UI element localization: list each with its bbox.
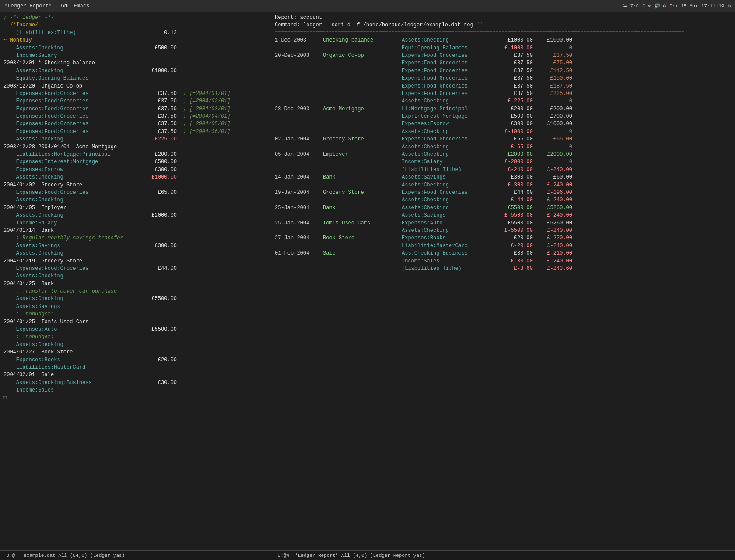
row-balance: £150.00 [533,75,572,82]
left-line: 2004/01/14 Bank [4,227,267,234]
left-line: Assets:Savings [4,303,267,311]
row-account: Expens:Food:Groceries [402,189,494,196]
row-account: Expens:Food:Groceries [402,83,494,90]
row-date [275,212,323,219]
left-line: 2004/01/25 Bank [4,280,267,288]
left-line: Assets:Savings £300.00 [4,242,267,250]
report-row: (Liabilities:Tithe)£-240.00£-240.00 [275,166,732,174]
statusbar-left: -U:@-- example.dat All (64,0) (Ledger ya… [0,553,271,558]
report-row: Assets:Savings£-5500.00£-240.00 [275,212,732,219]
left-line: Liabilities:Mortgage:Principal £200.00 [4,151,267,158]
row-amount: £37.50 [494,67,533,75]
row-payee: Grocery Store [323,189,402,196]
row-payee: Grocery Store [323,136,402,143]
row-amount: £-300.00 [494,182,533,189]
row-date: 20-Dec-2003 [275,52,323,60]
row-date [275,67,323,75]
left-line: Equity:Opening Balances [4,75,267,82]
report-row: Equi:Opening Balances£-1000.000 [275,45,732,52]
row-amount: £-5500.00 [494,212,533,219]
left-line: Assets:Checking £2000.00 [4,212,267,219]
row-amount: £1000.00 [494,37,533,44]
row-amount: £37.50 [494,75,533,82]
row-amount: £65.00 [494,136,533,143]
left-line: Expenses:Food:Groceries £65.00 [4,189,267,196]
row-amount: £30.00 [494,250,533,257]
statusbar: -U:@-- example.dat All (64,0) (Ledger ya… [0,550,735,560]
left-line: 2004/01/02 Grocery Store [4,182,267,189]
row-account: Assets:Checking [402,128,494,136]
left-line: ; :nobudget: [4,333,267,341]
report-row: Expens:Food:Groceries£37.50£75.00 [275,60,732,67]
row-payee [323,196,402,204]
report-row: 14-Jan-2004BankAssets:Savings£300.00£60.… [275,174,732,181]
row-account: (Liabilities:Tithe) [402,166,494,174]
left-line: ; -*- ledger -*- [4,14,267,21]
row-amount: £-30.00 [494,258,533,265]
right-content: 1-Dec-2003Checking balanceAssets:Checkin… [275,37,732,273]
row-payee [323,227,402,234]
row-payee: Organic Co-op [323,52,402,60]
row-balance: £-243.60 [533,265,572,273]
row-account: Expens:Food:Groceries [402,52,494,60]
row-payee [323,75,402,82]
row-amount: £37.50 [494,83,533,90]
left-line: ; Transfer to cover car purchase [4,288,267,295]
report-row: Income:Salary£-2000.000 [275,158,732,166]
report-row: Expens:Food:Groceries£37.50£112.50 [275,67,732,75]
report-row: Expens:Food:Groceries£37.50£225.00 [275,90,732,98]
row-amount: £-225.00 [494,98,533,105]
row-balance: £5260.00 [533,204,572,212]
row-date [275,265,323,273]
weather-display: 🌤 7°C [623,3,639,9]
row-amount: £-240.00 [494,166,533,174]
left-line: 2004/01/19 Grocery Store [4,258,267,265]
main-area: ; -*- ledger -*-= /*Income/ (Liabilities… [0,12,735,550]
row-date [275,113,323,120]
report-row: Exp:Interest:Mortgage£500.00£700.00 [275,113,732,120]
left-line: Expenses:Food:Groceries £37.50 ; [=2004/… [4,113,267,120]
row-account: Income:Sales [402,258,494,265]
row-account: Expens:Food:Groceries [402,136,494,143]
row-amount: £-2000.00 [494,158,533,166]
settings-icon[interactable]: ⚙ [728,3,731,9]
left-line: Liabilities:MasterCard [4,364,267,371]
left-line: 2004/01/25 Tom's Used Cars [4,318,267,326]
report-row: 27-Jan-2004Book StoreExpenses:Books£20.0… [275,234,732,242]
right-pane-report[interactable]: Report: account Command: ledger --sort d… [271,12,735,550]
row-amount: £37.50 [494,52,533,60]
row-payee [323,45,402,52]
left-pane-editor[interactable]: ; -*- ledger -*-= /*Income/ (Liabilities… [0,12,271,550]
datetime-display: Fri 15 Mar 17:11:19 [669,4,724,9]
row-amount: £300.00 [494,174,533,181]
row-amount: £37.50 [494,60,533,67]
row-account: Assets:Checking [402,37,494,44]
row-account: Assets:Checking [402,144,494,151]
row-amount: £-1000.00 [494,45,533,52]
left-line: Expenses:Books £20.00 [4,357,267,364]
report-row: Expenses:Escrow£300.00£1000.00 [275,120,732,128]
row-date [275,196,323,204]
row-amount: £-5500.00 [494,227,533,234]
report-row: 28-Dec-2003Acme MortgageLi:Mortgage:Prin… [275,105,732,113]
row-balance: 0 [533,128,572,136]
row-payee [323,120,402,128]
left-line: 2004/02/01 Sale [4,371,267,379]
row-payee [323,265,402,273]
row-balance: £225.00 [533,90,572,98]
row-account: Assets:Checking [402,204,494,212]
row-payee: Tom's Used Cars [323,220,402,227]
report-row: 01-Feb-2004SaleAss:Checking:Business£30.… [275,250,732,257]
row-balance: £-240.00 [533,227,572,234]
row-payee: Sale [323,250,402,257]
row-payee: Checking balance [323,37,402,44]
row-account: Exp:Interest:Mortgage [402,113,494,120]
left-line: Assets:Checking [4,196,267,204]
row-balance: £-240.00 [533,166,572,174]
report-row: Assets:Checking£-5500.00£-240.00 [275,227,732,234]
row-account: Equi:Opening Balances [402,45,494,52]
row-account: Expenses:Auto [402,220,494,227]
left-line: Expenses:Food:Groceries £37.50 ; [=2004/… [4,120,267,128]
report-row: 05-Jan-2004EmployerAssets:Checking£2000.… [275,151,732,158]
row-balance: £1000.00 [533,37,572,44]
